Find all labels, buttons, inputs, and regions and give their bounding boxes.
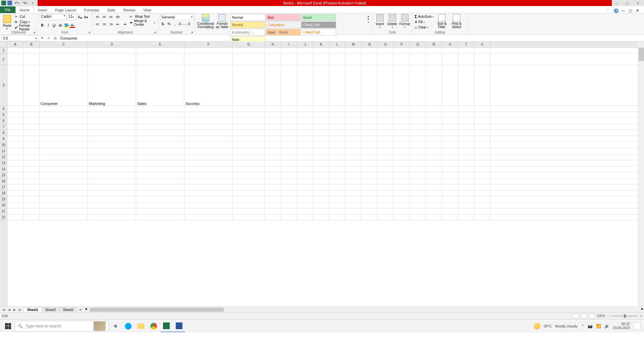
- minimize-button[interactable]: —: [613, 0, 620, 6]
- cell-P10[interactable]: [394, 142, 410, 148]
- cell-Q21[interactable]: [410, 208, 426, 214]
- cell-G9[interactable]: [233, 136, 265, 142]
- cell-A8[interactable]: [7, 130, 23, 136]
- cell-H5[interactable]: [265, 112, 281, 118]
- cell-G11[interactable]: [233, 148, 265, 154]
- cell-J18[interactable]: [297, 190, 313, 196]
- cell-J8[interactable]: [297, 130, 313, 136]
- cell-S13[interactable]: [442, 160, 458, 166]
- cell-I2[interactable]: [281, 54, 297, 65]
- undo-button[interactable]: ↶▾: [13, 0, 20, 6]
- cell-D5[interactable]: [88, 112, 136, 118]
- cell-R4[interactable]: [426, 106, 442, 112]
- insert-cells-button[interactable]: Insert▾: [374, 14, 385, 28]
- row-header-11[interactable]: 11: [0, 148, 7, 154]
- cell-S3[interactable]: [442, 65, 458, 106]
- col-header-B[interactable]: B: [23, 42, 40, 47]
- cell-G2[interactable]: [233, 54, 265, 65]
- cell-C14[interactable]: [40, 166, 88, 172]
- cell-R14[interactable]: [426, 166, 442, 172]
- style-calculation[interactable]: Calculation: [266, 21, 301, 28]
- cancel-button[interactable]: ✕: [39, 35, 45, 41]
- cell-J22[interactable]: [297, 215, 313, 220]
- accounting-format-button[interactable]: $▾: [160, 21, 166, 26]
- cell-T17[interactable]: [458, 184, 474, 190]
- cell-S21[interactable]: [442, 208, 458, 214]
- wifi-icon[interactable]: 📶: [596, 324, 601, 328]
- cell-S11[interactable]: [442, 148, 458, 154]
- cell-A7[interactable]: [7, 124, 23, 130]
- cell-M20[interactable]: [345, 202, 362, 208]
- cell-P3[interactable]: [394, 65, 410, 106]
- cell-K2[interactable]: [313, 54, 329, 65]
- cell-Q18[interactable]: [410, 190, 426, 196]
- cell-K10[interactable]: [313, 142, 329, 148]
- page-break-view-button[interactable]: [589, 314, 595, 318]
- cell-N19[interactable]: [362, 196, 378, 202]
- cell-M13[interactable]: [345, 160, 362, 166]
- cell-J16[interactable]: [297, 178, 313, 184]
- cell-Q1[interactable]: [410, 48, 426, 53]
- hscroll-right[interactable]: ▶: [641, 307, 643, 310]
- row-header-17[interactable]: 17: [0, 184, 7, 190]
- find-select-button[interactable]: Find & Select: [450, 14, 463, 29]
- maximize-button[interactable]: ▢: [624, 0, 631, 6]
- cell-P22[interactable]: [394, 215, 410, 220]
- select-all-corner[interactable]: [0, 42, 7, 48]
- cell-U9[interactable]: [474, 136, 490, 142]
- cell-H12[interactable]: [265, 154, 281, 160]
- cell-U3[interactable]: [474, 65, 490, 106]
- cell-A18[interactable]: [7, 190, 23, 196]
- align-right-button[interactable]: [108, 21, 114, 27]
- fx-button[interactable]: fx: [52, 35, 58, 41]
- cell-R13[interactable]: [426, 160, 442, 166]
- cell-C17[interactable]: [40, 184, 88, 190]
- normal-view-button[interactable]: [573, 314, 579, 318]
- weather-desc[interactable]: Mostly cloudy: [555, 324, 578, 328]
- cell-K7[interactable]: [313, 124, 329, 130]
- cell-A11[interactable]: [7, 148, 23, 154]
- cell-I18[interactable]: [281, 190, 297, 196]
- cell-N14[interactable]: [362, 166, 378, 172]
- cell-P7[interactable]: [394, 124, 410, 130]
- cell-N20[interactable]: [362, 202, 378, 208]
- cell-Q14[interactable]: [410, 166, 426, 172]
- grow-font-button[interactable]: A▴: [77, 14, 83, 20]
- number-format-selector[interactable]: General▾: [160, 14, 194, 20]
- merge-center-button[interactable]: ⬌Merge & Center▾: [129, 20, 156, 25]
- cell-O17[interactable]: [378, 184, 394, 190]
- hscroll-thumb[interactable]: [90, 308, 224, 312]
- cell-D22[interactable]: [88, 215, 136, 220]
- cell-M12[interactable]: [345, 154, 362, 160]
- cell-A21[interactable]: [7, 208, 23, 214]
- align-middle-button[interactable]: [101, 14, 107, 19]
- fill-color-button[interactable]: 🪣▾: [64, 22, 69, 28]
- increase-indent-button[interactable]: ⇥: [121, 21, 127, 27]
- cell-D15[interactable]: [88, 172, 136, 178]
- cell-S12[interactable]: [442, 154, 458, 160]
- cell-Q9[interactable]: [410, 136, 426, 142]
- col-header-I[interactable]: I: [281, 42, 297, 47]
- cell-Q15[interactable]: [410, 172, 426, 178]
- cell-A3[interactable]: [7, 65, 23, 106]
- cell-R11[interactable]: [426, 148, 442, 154]
- cell-L16[interactable]: [329, 178, 345, 184]
- row-header-5[interactable]: 5: [0, 112, 7, 118]
- cell-Q19[interactable]: [410, 196, 426, 202]
- minimize-ribbon-icon[interactable]: ⌃: [606, 8, 611, 13]
- cell-K6[interactable]: [313, 118, 329, 124]
- col-header-E[interactable]: E: [136, 42, 184, 47]
- col-header-G[interactable]: G: [233, 42, 265, 47]
- cell-F13[interactable]: [184, 160, 233, 166]
- cell-C11[interactable]: [40, 148, 88, 154]
- cell-R18[interactable]: [426, 190, 442, 196]
- cell-B15[interactable]: [23, 172, 40, 178]
- cell-H6[interactable]: [265, 118, 281, 124]
- cell-B10[interactable]: [23, 142, 40, 148]
- cell-K13[interactable]: [313, 160, 329, 166]
- weather-temp[interactable]: 28°C: [544, 324, 552, 328]
- cell-M18[interactable]: [345, 190, 362, 196]
- cell-D17[interactable]: [88, 184, 136, 190]
- cell-P13[interactable]: [394, 160, 410, 166]
- cell-B19[interactable]: [23, 196, 40, 202]
